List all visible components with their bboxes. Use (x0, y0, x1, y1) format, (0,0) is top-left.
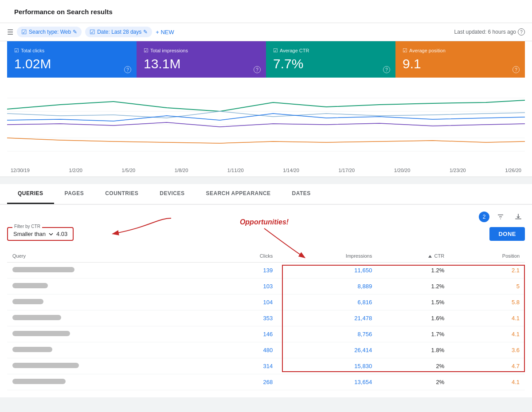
clicks-value: 1.02M (14, 56, 129, 71)
ctr-value: 7.7% (273, 56, 388, 71)
table-row[interactable]: 31415,8302%4.7 (7, 358, 525, 374)
table-row[interactable]: 1038,8891.2%5 (7, 279, 525, 294)
filter-icon[interactable]: ☰ (7, 28, 13, 36)
tab-devices[interactable]: DEVICES (149, 184, 195, 204)
x-label-8: 1/23/20 (450, 168, 466, 173)
table-section: 2 Filter by CTR Smaller than (0, 205, 532, 397)
impressions-help-icon[interactable]: ? (254, 66, 261, 73)
date-filter[interactable]: ☑ Date: Last 28 days ✎ (85, 27, 152, 37)
impressions-label: ☑ Total impressions (144, 47, 259, 54)
x-label-7: 1/20/20 (394, 168, 411, 173)
table-row[interactable]: 1046,8161.5%5.8 (7, 294, 525, 310)
ctr-cell: 1.8% (377, 342, 450, 358)
tab-pages[interactable]: PAGES (54, 184, 95, 204)
x-label-0: 12/30/19 (11, 168, 30, 173)
table-row[interactable]: 48026,4141.8%3.6 (7, 342, 525, 358)
impressions-cell: 26,414 (278, 342, 377, 358)
metrics-row: ☑ Total clicks 1.02M ? ☑ Total impressio… (0, 41, 532, 78)
ctr-cell: 1.2% (377, 279, 450, 294)
filter-icon-btn[interactable] (494, 210, 507, 224)
query-cell (7, 358, 215, 374)
redacted-query (12, 331, 70, 336)
tab-queries[interactable]: QUERIES (7, 184, 54, 204)
ctr-cell: 2% (377, 374, 450, 390)
impressions-cell: 8,889 (278, 279, 377, 294)
redacted-query (12, 379, 66, 384)
ctr-cell: 2% (377, 358, 450, 374)
metric-clicks[interactable]: ☑ Total clicks 1.02M ? (7, 41, 137, 78)
position-value: 9.1 (403, 56, 518, 71)
table-row[interactable]: 35321,4781.6%4.1 (7, 310, 525, 326)
metric-ctr[interactable]: ☑ Average CTR 7.7% ? (266, 41, 395, 78)
metric-impressions[interactable]: ☑ Total impressions 13.1M ? (137, 41, 266, 78)
ctr-sort-icon (428, 255, 432, 258)
chevron-icon: ✎ (73, 29, 77, 35)
position-cell: 5.8 (450, 294, 525, 310)
col-header-clicks: Clicks (215, 250, 278, 263)
tab-search-appearance[interactable]: SEARCH APPEARANCE (196, 184, 282, 204)
search-type-label: Search type: Web (29, 29, 71, 35)
clicks-help-icon[interactable]: ? (124, 66, 131, 73)
x-label-1: 1/2/20 (69, 168, 82, 173)
impressions-cell: 13,654 (278, 374, 377, 390)
impressions-cell: 11,650 (278, 263, 377, 279)
x-label-6: 1/17/20 (338, 168, 355, 173)
query-cell (7, 374, 215, 390)
date-icon: ☑ (90, 28, 95, 35)
table-body: 13911,6501.2%2.11038,8891.2%51046,8161.5… (7, 263, 525, 390)
position-cell: 4.1 (450, 310, 525, 326)
redacted-query (12, 363, 79, 368)
data-table: Query Clicks Impressions CTR Position 13… (7, 250, 525, 390)
table-header-row: Query Clicks Impressions CTR Position (7, 250, 525, 263)
clicks-cell: 103 (215, 279, 278, 294)
new-button[interactable]: + NEW (156, 29, 174, 35)
query-cell (7, 263, 215, 279)
position-cell: 5 (450, 279, 525, 294)
clicks-cell: 268 (215, 374, 278, 390)
position-cell: 4.1 (450, 374, 525, 390)
ctr-cell: 1.2% (377, 263, 450, 279)
filter-label: Filter by CTR (12, 224, 42, 229)
table-row[interactable]: 26813,6542%4.1 (7, 374, 525, 390)
ctr-check-icon: ☑ (273, 47, 278, 54)
done-button[interactable]: DONE (489, 227, 525, 241)
clicks-cell: 146 (215, 326, 278, 342)
search-type-icon: ☑ (21, 28, 27, 35)
tab-dates[interactable]: DATES (282, 184, 321, 204)
impressions-cell: 21,478 (278, 310, 377, 326)
position-cell: 2.1 (450, 263, 525, 279)
table-row[interactable]: 13911,6501.2%2.1 (7, 263, 525, 279)
query-cell (7, 342, 215, 358)
table-row[interactable]: 1468,7561.7%4.1 (7, 326, 525, 342)
download-icon-btn[interactable] (512, 210, 525, 224)
clicks-label: ☑ Total clicks (14, 47, 129, 54)
position-cell: 3.6 (450, 342, 525, 358)
ctr-label: ☑ Average CTR (273, 47, 388, 54)
chart-area: 12/30/19 1/2/20 1/5/20 1/8/20 1/11/20 1/… (0, 78, 532, 177)
clicks-check-icon: ☑ (14, 47, 19, 54)
col-header-impressions: Impressions (278, 250, 377, 263)
col-header-ctr[interactable]: CTR (377, 250, 450, 263)
filter-value: 4.03 (56, 231, 67, 237)
filter-box: Filter by CTR Smaller than 4.03 (7, 227, 74, 241)
query-cell (7, 279, 215, 294)
tab-countries[interactable]: COUNTRIES (94, 184, 149, 204)
performance-chart (7, 85, 525, 165)
metric-position[interactable]: ☑ Average position 9.1 ? (395, 41, 525, 78)
clicks-cell: 104 (215, 294, 278, 310)
search-type-filter[interactable]: ☑ Search type: Web ✎ (17, 27, 82, 37)
impressions-cell: 8,756 (278, 326, 377, 342)
position-check-icon: ☑ (403, 47, 407, 54)
x-label-5: 1/14/20 (283, 168, 299, 173)
position-label: ☑ Average position (403, 47, 518, 54)
filter-dropdown[interactable] (48, 232, 54, 237)
position-help-icon[interactable]: ? (512, 66, 520, 73)
query-cell (7, 326, 215, 342)
redacted-query (12, 283, 48, 288)
toolbar: ☰ ☑ Search type: Web ✎ ☑ Date: Last 28 d… (0, 23, 532, 41)
clicks-cell: 139 (215, 263, 278, 279)
ctr-cell: 1.6% (377, 310, 450, 326)
filter-count-badge: 2 (479, 212, 489, 222)
help-icon[interactable]: ? (518, 28, 525, 35)
ctr-help-icon[interactable]: ? (383, 66, 390, 73)
